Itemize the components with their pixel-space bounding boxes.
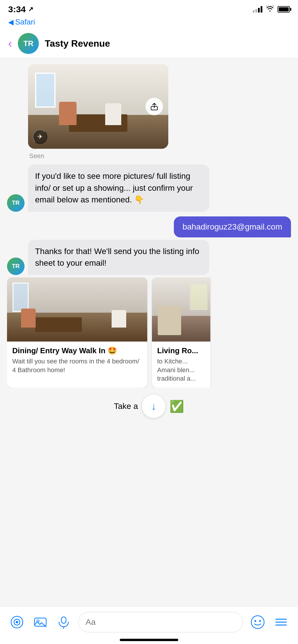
room-chair-right xyxy=(105,103,121,125)
camera-icon xyxy=(10,615,24,629)
play-button[interactable]: ✈ xyxy=(33,130,47,144)
menu-button[interactable] xyxy=(272,613,290,631)
header-back-arrow-icon[interactable]: ‹ xyxy=(8,37,12,50)
bot-text-1: If you'd like to see more pictures/ full… xyxy=(35,172,193,204)
listing-card-2[interactable]: Living Ro... to Kitche...Amani blen...tr… xyxy=(152,277,210,388)
time-label: 3:34 xyxy=(8,4,26,14)
battery-fill xyxy=(279,7,289,11)
microphone-button[interactable] xyxy=(55,613,72,631)
bot-message-1: TR If you'd like to see more pictures/ f… xyxy=(7,164,291,212)
svg-point-9 xyxy=(254,620,256,622)
safari-back-bar: ◀ Safari xyxy=(0,16,298,29)
bot-text-2: Thanks for that! We'll send you the list… xyxy=(35,247,199,268)
listing-card-2-body: Living Ro... to Kitche...Amani blen...tr… xyxy=(152,342,210,388)
message-input[interactable] xyxy=(78,612,243,632)
bot-image-message: ✈ xyxy=(7,64,291,149)
listing-card-2-desc: to Kitche...Amani blen...traditional a..… xyxy=(157,357,205,383)
contact-name: Tasty Revenue xyxy=(45,38,110,49)
message-toolbar xyxy=(0,606,298,644)
listing-card-1-desc: Wait till you see the rooms in the 4 bed… xyxy=(12,357,142,374)
location-arrow-icon: ↗ xyxy=(28,6,33,13)
listing-card-1-image xyxy=(7,277,147,342)
safari-back-arrow-icon[interactable]: ◀ xyxy=(8,18,13,26)
menu-icon xyxy=(273,615,289,630)
signal-bar-1 xyxy=(253,10,254,13)
listing-image-1: ✈ xyxy=(28,64,168,149)
user-bubble-1: bahadiroguz23@gmail.com xyxy=(174,216,291,237)
signal-bar-3 xyxy=(258,8,260,13)
signal-bar-4 xyxy=(261,6,262,13)
bot-message-2: TR Thanks for that! We'll send you the l… xyxy=(7,240,291,275)
wifi-icon xyxy=(266,5,274,13)
bot-bubble-2: Thanks for that! We'll send you the list… xyxy=(28,240,209,275)
listing-card-2-image xyxy=(152,277,210,342)
status-icons xyxy=(253,5,290,13)
home-indicator xyxy=(120,639,178,641)
listing-card-1[interactable]: Dining/ Entry Way Walk In 🤩 Wait till yo… xyxy=(7,277,147,388)
bot-bubble-1: If you'd like to see more pictures/ full… xyxy=(28,164,209,212)
svg-point-3 xyxy=(16,621,18,623)
signal-bars-icon xyxy=(253,6,262,13)
take-a-label: Take a xyxy=(114,402,138,411)
safari-back-label[interactable]: Safari xyxy=(15,18,35,27)
room-chair-left xyxy=(59,102,77,125)
scroll-down-row: Take a ↓ ✅ xyxy=(7,395,291,418)
seen-label: Seen xyxy=(29,152,291,160)
avatar-initials: TR xyxy=(23,39,34,48)
svg-point-8 xyxy=(251,616,264,629)
emoji-button[interactable] xyxy=(249,613,266,631)
listing-card-1-body: Dining/ Entry Way Walk In 🤩 Wait till yo… xyxy=(7,342,147,379)
photo-button[interactable] xyxy=(32,613,49,631)
bot-avatar-initials: TR xyxy=(12,200,20,206)
contact-avatar: TR xyxy=(18,33,39,54)
user-text-1: bahadiroguz23@gmail.com xyxy=(183,222,282,231)
user-message-1: bahadiroguz23@gmail.com xyxy=(7,216,291,237)
conversation-header: ‹ TR Tasty Revenue xyxy=(0,29,298,58)
status-time: 3:34 ↗ xyxy=(8,4,33,14)
play-icon: ✈ xyxy=(37,133,43,141)
bot-avatar-initials-2: TR xyxy=(12,263,20,270)
battery-icon xyxy=(278,6,290,13)
chat-area: ✈ Seen TR If you'd like to see more pict… xyxy=(0,58,298,612)
listing-card-2-title: Living Ro... xyxy=(157,346,205,355)
photo-icon xyxy=(33,615,47,629)
bot-avatar-1: TR xyxy=(7,194,25,212)
checkmark-emoji: ✅ xyxy=(169,400,184,413)
svg-rect-6 xyxy=(61,617,66,623)
scroll-down-button[interactable]: ↓ xyxy=(142,395,165,418)
share-icon xyxy=(150,102,158,111)
camera-button[interactable] xyxy=(8,613,26,631)
microphone-icon xyxy=(57,615,71,629)
room-window xyxy=(35,73,56,108)
share-button[interactable] xyxy=(145,98,163,115)
status-bar: 3:34 ↗ xyxy=(0,0,298,16)
signal-bar-2 xyxy=(255,9,257,13)
listing-card-1-title: Dining/ Entry Way Walk In 🤩 xyxy=(12,346,142,355)
svg-point-10 xyxy=(259,620,261,622)
bot-avatar-2: TR xyxy=(7,258,25,275)
listing-cards-row: Dining/ Entry Way Walk In 🤩 Wait till yo… xyxy=(7,277,291,388)
scroll-down-arrow-icon: ↓ xyxy=(151,401,156,412)
emoji-icon xyxy=(250,615,265,630)
